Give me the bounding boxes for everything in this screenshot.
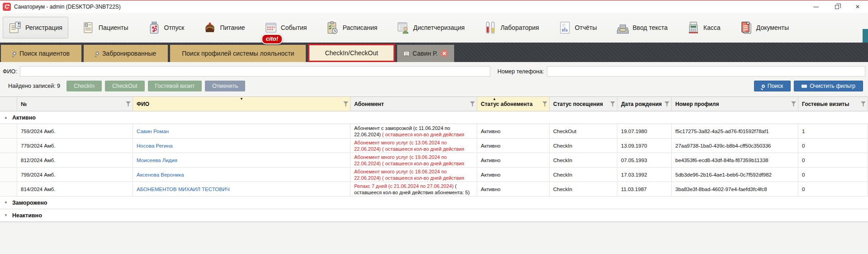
search-icon	[762, 85, 765, 88]
patient-link[interactable]: Савин Роман	[137, 129, 169, 134]
filter-funnel-icon[interactable]	[861, 101, 866, 106]
cell-guest-visits: 0	[798, 182, 868, 196]
filter-funnel-icon[interactable]	[126, 101, 131, 106]
toolbar-label: Диспетчеризация	[413, 24, 465, 31]
cell-fio[interactable]: Носова Регина	[133, 139, 351, 153]
header-visit-status[interactable]: Статус посещения	[550, 97, 617, 111]
cell-subscription-status: Активно	[477, 124, 550, 139]
cell-profile-number: 27aa9738-1ba0-439c-b8b4-cff50c350336	[672, 139, 798, 153]
table-row[interactable]: 779/2024 Амб. Носова Регина Абонемент мн…	[0, 139, 868, 153]
cell-subscription: Абонемент много услуг (с 19.06.2024 по 2…	[351, 153, 477, 168]
patient-link[interactable]: Аксенова Вероника	[137, 172, 184, 177]
pill-jar-icon	[147, 21, 161, 34]
clear-filter-label: Очистить фильтр	[810, 83, 855, 89]
patient-link[interactable]: Носова Регина	[137, 143, 172, 149]
header-fio[interactable]: ▼ ФИО	[133, 97, 351, 111]
phone-input[interactable]	[547, 66, 865, 77]
toolbar-item-text-input[interactable]: Ввод текста	[611, 17, 674, 38]
phone-label: Номер телефона:	[498, 68, 544, 75]
collapse-arrow-icon[interactable]: ▲	[4, 115, 8, 120]
toolbar-item-dispatch[interactable]: Диспетчеризация	[391, 17, 470, 38]
group-row-inactive[interactable]: ▼ Неактивно	[0, 209, 868, 222]
toolbar-item-cashbox[interactable]: Касса	[681, 17, 726, 38]
group-row-active[interactable]: ▲ Активно	[0, 111, 868, 124]
cell-fio[interactable]: Моисеева Лидия	[133, 153, 351, 168]
patient-link[interactable]: Моисеева Лидия	[137, 158, 177, 163]
cell-num: 759/2024 Амб.	[17, 124, 133, 139]
toolbar-item-events[interactable]: cito! События	[259, 17, 313, 38]
minimize-button[interactable]: —	[806, 0, 826, 13]
cell-subscription-status: Активно	[477, 139, 550, 153]
cell-fio[interactable]: Аксенова Вероника	[133, 168, 351, 182]
toolbar-item-documents[interactable]: Документы	[734, 17, 794, 38]
cell-visit-status: CheckIn	[550, 153, 617, 168]
tab-booked[interactable]: Забронированные	[84, 45, 168, 62]
header-num[interactable]: №	[17, 97, 133, 111]
tab-checkin-checkout[interactable]: CheckIn/CheckOut	[308, 44, 395, 62]
cell-visit-status: CheckIn	[550, 182, 617, 196]
cell-visit-status: CheckIn	[550, 139, 617, 153]
cell-profile-number: be4353f6-ecd8-43df-84fa-f87359b11338	[672, 153, 798, 168]
cell-num: 779/2024 Амб.	[17, 139, 133, 153]
table-row[interactable]: 814/2024 Амб. АБОНЕМЕНТОВ МИХАИЛ ТЕСТОВИ…	[0, 182, 868, 196]
header-guest-visits[interactable]: Гостевые визиты	[798, 97, 868, 111]
filter-funnel-icon[interactable]	[343, 101, 348, 106]
toolbar-item-patients[interactable]: Пациенты	[76, 17, 134, 38]
expand-arrow-icon[interactable]: ▼	[4, 213, 8, 217]
toolbar-item-registration[interactable]: Регистрация	[3, 17, 68, 38]
toolbar-item-vacation[interactable]: Отпуск	[142, 17, 190, 38]
header-subscription[interactable]: Абонемент	[351, 97, 477, 111]
tab-loyalty-profiles-search[interactable]: Поиск профилей системы лояльности	[170, 45, 306, 62]
toolbar-label: Отпуск	[164, 24, 185, 31]
patient-link[interactable]: АБОНЕМЕНТОВ МИХАИЛ ТЕСТОВИЧ	[137, 187, 230, 192]
cell-birth-date: 11.03.1987	[617, 182, 672, 196]
search-icon	[13, 52, 16, 55]
table-row[interactable]: 812/2024 Амб. Моисеева Лидия Абонемент м…	[0, 153, 868, 168]
header-subscription-status[interactable]: ▲ Статус абонемента	[477, 97, 550, 111]
row-gutter	[0, 168, 17, 182]
clear-filter-button[interactable]: Очистить фильтр	[794, 81, 863, 91]
tab-label: Забронированные	[102, 50, 156, 57]
cell-num: 799/2024 Амб.	[17, 168, 133, 182]
cell-birth-date: 07.05.1993	[617, 153, 672, 168]
toolbar-item-food[interactable]: Питание	[198, 17, 250, 38]
table-row[interactable]: 759/2024 Амб. Савин Роман Абонемент с за…	[0, 124, 868, 139]
cell-subscription: Релакс 7 дней (с 21.06.2024 по 27.06.202…	[351, 182, 477, 196]
close-button[interactable]: ✕	[847, 0, 868, 13]
cell-fio[interactable]: АБОНЕМЕНТОВ МИХАИЛ ТЕСТОВИЧ	[133, 182, 351, 196]
close-tab-icon[interactable]: ✕	[441, 50, 448, 57]
filter-funnel-icon[interactable]	[664, 101, 669, 106]
header-birth-date[interactable]: Дата рождения	[617, 97, 672, 111]
header-profile-number[interactable]: Номер профиля	[672, 97, 798, 111]
toolbar-item-laboratory[interactable]: Лаборатория	[478, 17, 544, 38]
header-label: ФИО	[137, 101, 149, 107]
cash-register-icon	[687, 21, 700, 34]
table-row[interactable]: 799/2024 Амб. Аксенова Вероника Абонемен…	[0, 168, 868, 182]
search-button[interactable]: Поиск	[754, 81, 791, 91]
restore-button[interactable]	[826, 0, 847, 13]
cell-fio[interactable]: Савин Роман	[133, 124, 351, 139]
checkout-button[interactable]: CheckOut	[105, 81, 145, 91]
tab-patient-search[interactable]: Поиск пациентов	[1, 45, 81, 62]
toolbar-label: Лаборатория	[500, 24, 539, 31]
filter-funnel-icon[interactable]	[470, 101, 475, 106]
fio-input[interactable]	[20, 66, 490, 77]
guest-visit-button[interactable]: Гостевой визит	[148, 81, 202, 91]
header-expander-column	[0, 97, 17, 111]
cancel-button[interactable]: Отменить	[205, 81, 245, 91]
filter-funnel-icon[interactable]	[542, 101, 547, 106]
toolbar-overflow-button[interactable]	[863, 29, 868, 43]
toolbar-item-reports[interactable]: Отчёты	[553, 17, 602, 38]
calendar-person-icon	[396, 21, 410, 34]
tab-patient-savin[interactable]: Савин Р. ✕	[397, 45, 455, 62]
expand-arrow-icon[interactable]: ▼	[4, 201, 8, 205]
fio-label: ФИО:	[3, 68, 17, 75]
toolbar-item-schedules[interactable]: Расписания	[320, 17, 383, 38]
filter-funnel-icon[interactable]	[791, 101, 796, 106]
row-gutter	[0, 124, 17, 139]
group-row-frozen[interactable]: ▼ Заморожено	[0, 196, 868, 209]
document-icon	[403, 51, 409, 56]
checkin-button[interactable]: CheckIn	[66, 81, 102, 91]
app-logo-icon: C	[3, 3, 11, 11]
filter-funnel-icon[interactable]	[610, 101, 615, 106]
